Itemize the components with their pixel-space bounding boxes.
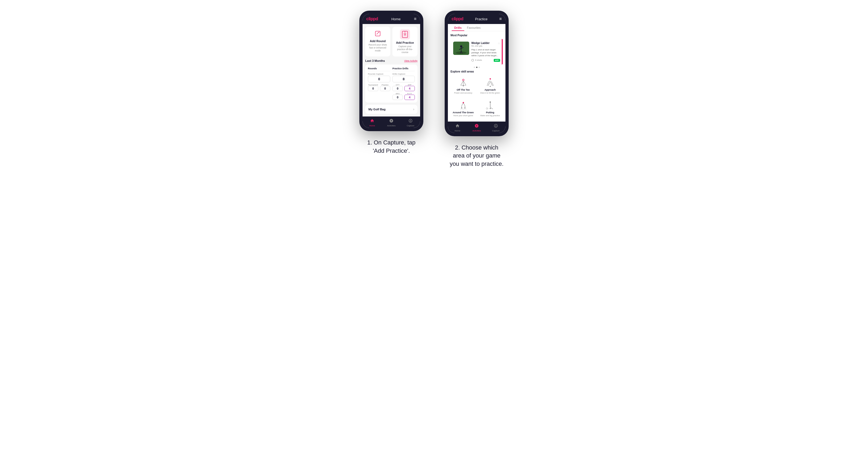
svg-point-16 xyxy=(463,79,464,81)
bottom-nav-1: Home Activities Capture xyxy=(363,117,420,128)
svg-point-31 xyxy=(486,108,488,109)
nav-activities-label-1: Activities xyxy=(387,124,396,127)
svg-point-24 xyxy=(463,102,464,103)
off-the-tee-icon xyxy=(458,78,469,87)
svg-point-22 xyxy=(490,78,491,80)
tournament-label: Tournament xyxy=(368,84,378,86)
drills-sub-row-2: ARG 0 PUTT 4 xyxy=(393,93,415,100)
last-3-months-label: Last 3 Months xyxy=(365,59,385,62)
dot-3 xyxy=(478,67,480,68)
capture-icon-1 xyxy=(408,119,413,124)
skill-approach[interactable]: Approach Dial-in to hit the green xyxy=(477,75,503,96)
putting-desc: Make and lag practice xyxy=(480,114,500,117)
tab-favourites[interactable]: Favourites xyxy=(464,24,483,31)
add-round-card[interactable]: Add Round Record your shots fast or enha… xyxy=(365,27,390,57)
nav-activities-1[interactable]: Activities xyxy=(382,119,401,127)
explore-title: Explore skill areas xyxy=(451,70,503,73)
action-cards: Add Round Record your shots fast or enha… xyxy=(365,27,417,57)
arg-col: ARG 0 xyxy=(393,93,403,100)
nav-home-label-2: Home xyxy=(455,129,460,132)
app-title-1: Home xyxy=(391,17,401,21)
tabs-bar: Drills Favourites xyxy=(448,24,505,31)
hamburger-icon-1[interactable]: ≡ xyxy=(414,17,416,21)
svg-line-1 xyxy=(377,33,378,34)
add-round-desc: Record your shots fast or enhanced mode xyxy=(367,43,388,52)
nav-home-1[interactable]: Home xyxy=(363,119,382,127)
caption-2: 2. Choose whicharea of your gameyou want… xyxy=(450,144,503,168)
rounds-column: Rounds Rounds Capture 0 Tournament 0 xyxy=(368,67,390,100)
phone-section-1: clippd Home ≡ xyxy=(359,11,423,155)
add-practice-title: Add Practice xyxy=(396,41,414,44)
app-logo-2: clippd xyxy=(452,17,463,21)
home-content: Add Round Record your shots fast or enha… xyxy=(363,24,420,117)
caption-1: 1. On Capture, tap'Add Practice'. xyxy=(367,138,415,155)
putting-icon xyxy=(485,100,496,110)
add-practice-desc: Capture your practice off-the-course xyxy=(395,45,415,54)
my-golf-bag[interactable]: My Golf Bag › xyxy=(365,105,417,114)
dots-indicator xyxy=(451,67,503,68)
phone-section-2: clippd Practice ≡ Drills Favourites Most… xyxy=(445,11,509,168)
drills-capture-value: 8 xyxy=(393,76,415,82)
svg-point-32 xyxy=(490,108,491,109)
drills-sub-row-1: OTT 0 APP 4 xyxy=(393,84,415,91)
nav-capture-1[interactable]: Capture xyxy=(401,119,420,127)
tab-drills[interactable]: Drills xyxy=(452,24,464,31)
tournament-value: 0 xyxy=(368,86,378,91)
phone-1-screen: clippd Home ≡ xyxy=(363,14,420,128)
app-header-2: clippd Practice ≡ xyxy=(448,14,505,24)
putting-name: Putting xyxy=(486,111,494,114)
svg-point-3 xyxy=(378,32,379,33)
stats-row: Rounds Rounds Capture 0 Tournament 0 xyxy=(368,67,415,100)
phone-2-screen: clippd Practice ≡ Drills Favourites Most… xyxy=(448,14,505,133)
svg-line-18 xyxy=(463,81,466,85)
skill-off-the-tee[interactable]: Off The Tee Power and accuracy xyxy=(451,75,476,96)
my-golf-bag-text: My Golf Bag xyxy=(368,108,385,111)
drill-footer: 9 shots APP xyxy=(471,59,500,62)
svg-point-15 xyxy=(472,59,474,61)
nav-capture-label-2: Capture xyxy=(492,129,500,132)
practice-col: Practice 0 xyxy=(380,84,390,91)
red-sidebar xyxy=(502,39,503,64)
phone-1: clippd Home ≡ xyxy=(359,11,423,131)
view-activity-link[interactable]: View Activity xyxy=(404,59,417,62)
approach-desc: Dial-in to hit the green xyxy=(480,92,500,94)
drill-title: Wedge Ladder xyxy=(471,41,490,44)
bottom-nav-2: Home Activities Capture xyxy=(448,122,505,133)
rounds-title: Rounds xyxy=(368,67,390,71)
putt-col: PUTT 4 xyxy=(404,93,415,100)
app-badge: APP xyxy=(494,59,500,62)
featured-drill-card[interactable]: Wedge Ladder ☆ 50–100 yds Play 1 shot at… xyxy=(451,39,503,64)
drill-description: Play 1 shot at each target yardage. If y… xyxy=(471,48,500,57)
star-icon[interactable]: ☆ xyxy=(498,42,500,45)
skill-putting[interactable]: Putting Make and lag practice xyxy=(477,98,503,119)
most-popular-title: Most Popular xyxy=(451,34,503,37)
around-green-name: Around The Green xyxy=(453,111,474,114)
svg-point-9 xyxy=(460,45,462,48)
practice-value: 0 xyxy=(380,86,390,91)
practice-body: Most Popular xyxy=(448,31,505,122)
nav-activities-2[interactable]: Activities xyxy=(467,124,486,132)
off-the-tee-name: Off The Tee xyxy=(457,89,470,91)
chevron-right-icon: › xyxy=(413,107,414,111)
app-title-2: Practice xyxy=(475,17,488,21)
svg-point-25 xyxy=(461,107,462,108)
dot-1 xyxy=(474,67,475,68)
nav-capture-2[interactable]: Capture xyxy=(486,124,505,132)
shots-count: 9 shots xyxy=(471,59,482,62)
putt-label: PUTT xyxy=(404,93,415,95)
svg-point-23 xyxy=(490,86,491,87)
approach-name: Approach xyxy=(485,89,496,91)
dot-2 xyxy=(476,67,477,68)
hamburger-icon-2[interactable]: ≡ xyxy=(499,17,502,21)
drill-thumbnail xyxy=(453,41,469,55)
rounds-capture-value: 0 xyxy=(368,76,390,82)
svg-rect-0 xyxy=(375,31,380,36)
skill-around-the-green[interactable]: Around The Green Hone your short game xyxy=(451,98,476,119)
ott-label: OTT xyxy=(393,84,403,86)
svg-point-8 xyxy=(456,52,467,54)
nav-home-2[interactable]: Home xyxy=(448,124,467,132)
app-col: APP 4 xyxy=(404,84,415,91)
add-practice-card[interactable]: Add Practice Capture your practice off-t… xyxy=(393,27,417,57)
add-round-icon xyxy=(373,29,382,38)
practice-drills-column: Practice Drills Drills Capture 8 OTT 0 xyxy=(393,67,415,100)
